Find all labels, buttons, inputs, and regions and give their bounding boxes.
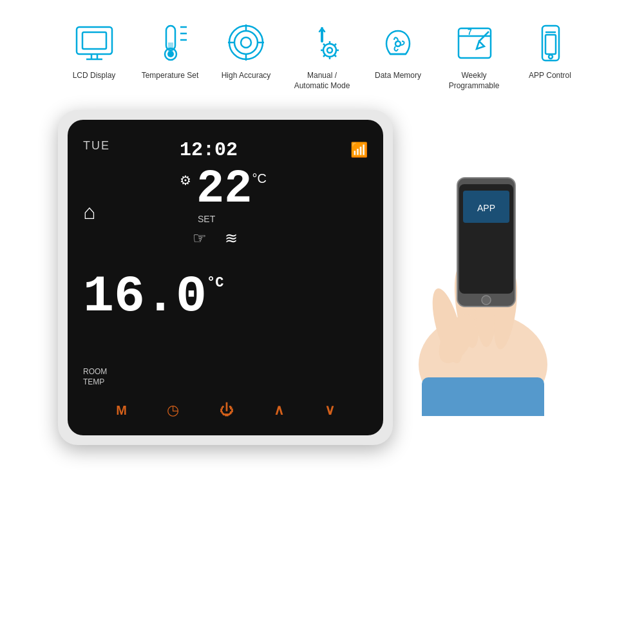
main-content: TUE ⌂ 16.0°C ROOMTEMP 12:02 📶 xyxy=(0,104,644,451)
svg-point-39 xyxy=(549,55,553,59)
data-memory-icon xyxy=(375,19,421,66)
set-label-display: SET xyxy=(198,214,368,224)
svg-point-20 xyxy=(327,48,332,53)
feature-weekly-programmable: 7 WeeklyProgrammable xyxy=(442,19,506,91)
high-accuracy-label: High Accuracy xyxy=(222,71,271,81)
set-celsius-display: °C xyxy=(252,171,266,186)
svg-line-28 xyxy=(323,55,325,57)
svg-rect-41 xyxy=(422,377,544,416)
room-temp-label: ROOMTEMP xyxy=(83,366,107,388)
weekly-programmable-icon: 7 xyxy=(451,19,497,66)
svg-point-11 xyxy=(167,51,174,57)
svg-rect-38 xyxy=(545,35,556,54)
day-display: TUE xyxy=(83,139,110,153)
power-button[interactable]: ⏻ xyxy=(220,402,234,419)
button-row: M ◷ ⏻ ∧ ∨ xyxy=(83,394,368,422)
feature-lcd-display: LCD Display xyxy=(62,19,126,81)
wifi-icon-display: 📶 xyxy=(350,142,368,158)
manual-auto-label: Manual /Automatic Mode xyxy=(294,71,350,91)
svg-point-13 xyxy=(234,31,258,54)
thermostat-screen: TUE ⌂ 16.0°C ROOMTEMP 12:02 📶 xyxy=(68,120,383,435)
svg-rect-31 xyxy=(459,28,491,58)
svg-rect-1 xyxy=(82,32,106,49)
svg-text:7: 7 xyxy=(468,28,472,37)
weekly-programmable-label: WeeklyProgrammable xyxy=(449,71,500,91)
temperature-set-label: Temperature Set xyxy=(142,71,199,81)
phone-hand-svg: APP xyxy=(396,139,570,416)
feature-high-accuracy: High Accuracy xyxy=(214,19,278,81)
svg-line-26 xyxy=(334,55,336,57)
heat-icon-display: ≋ xyxy=(225,229,238,247)
svg-point-50 xyxy=(482,296,491,305)
lcd-display-label: LCD Display xyxy=(73,71,116,81)
app-control-label: APP Control xyxy=(529,71,571,81)
manual-auto-icon xyxy=(299,19,345,66)
gear-icon-display: ⚙ xyxy=(180,173,191,188)
thermostat-device: TUE ⌂ 16.0°C ROOMTEMP 12:02 📶 xyxy=(58,110,393,445)
app-control-icon xyxy=(527,19,573,66)
clock-button[interactable]: ◷ xyxy=(167,402,179,419)
feature-app-control: APP Control xyxy=(518,19,582,81)
high-accuracy-icon xyxy=(223,19,269,66)
svg-line-25 xyxy=(323,44,325,46)
lcd-left-panel: TUE ⌂ 16.0°C ROOMTEMP xyxy=(83,133,173,394)
set-temp-display: 22 xyxy=(196,166,252,213)
feature-manual-auto: Manual /Automatic Mode xyxy=(290,19,354,91)
touch-icon-display: ☞ xyxy=(193,229,207,247)
svg-point-14 xyxy=(241,37,251,48)
svg-line-27 xyxy=(334,44,336,46)
features-row: LCD Display Temperature Set xyxy=(0,0,644,104)
phone-hand-area: APP xyxy=(380,110,586,445)
down-button[interactable]: ∨ xyxy=(325,402,335,419)
m-button[interactable]: M xyxy=(116,403,127,418)
home-icon-display: ⌂ xyxy=(83,200,95,224)
up-button[interactable]: ∧ xyxy=(274,402,284,419)
svg-text:APP: APP xyxy=(477,203,495,213)
time-display: 12:02 xyxy=(180,139,238,161)
data-memory-label: Data Memory xyxy=(375,71,421,81)
feature-temperature-set: Temperature Set xyxy=(138,19,202,81)
temperature-set-icon xyxy=(147,19,193,66)
lcd-display-area: TUE ⌂ 16.0°C ROOMTEMP 12:02 📶 xyxy=(83,133,368,394)
feature-data-memory: Data Memory xyxy=(366,19,430,81)
lcd-right-panel: 12:02 📶 ⚙ 22 °C SET ☞ xyxy=(173,133,368,394)
lcd-display-icon xyxy=(71,19,117,66)
svg-point-30 xyxy=(395,41,401,46)
